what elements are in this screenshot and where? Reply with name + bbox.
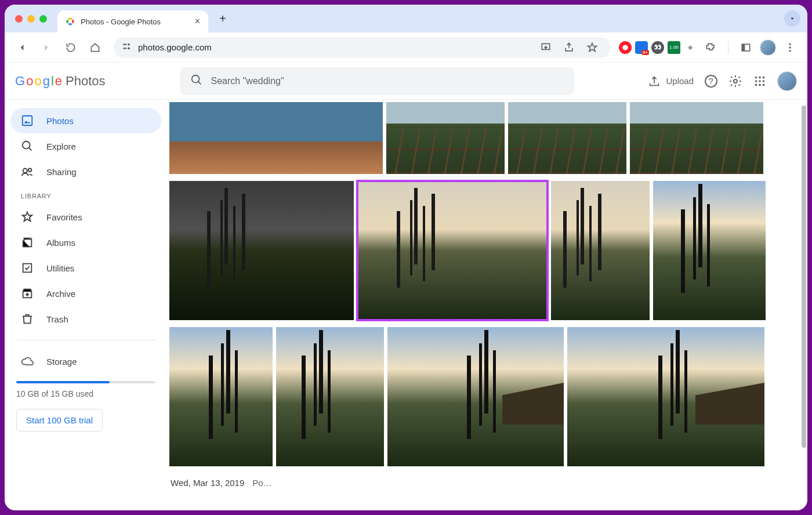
storage-text: 10 GB of 15 GB used [10,389,161,398]
svg-rect-1 [123,48,126,49]
google-photos-logo[interactable]: Google Photos [15,74,106,89]
toolbar-divider [728,41,728,54]
svg-point-14 [755,76,757,78]
photo-thumbnail-selected[interactable] [357,181,548,320]
sidebar-item-storage[interactable]: Storage [10,349,161,374]
extension-eyes-icon[interactable]: 👀 [651,41,664,54]
svg-rect-23 [23,116,32,126]
account-avatar[interactable] [777,71,797,91]
browser-toolbar: photos.google.com 9+ 👀 1.00 ◆ [5,32,807,63]
svg-point-9 [789,50,791,52]
apps-grid-icon[interactable] [753,74,767,88]
tabs-dropdown-icon[interactable] [784,10,800,27]
svg-point-15 [759,76,761,78]
photo-thumbnail[interactable] [653,181,766,320]
scrollbar[interactable] [802,100,806,510]
sidebar-item-archive[interactable]: Archive [10,281,161,306]
date-header: Wed, Mar 13, 2019 Po… [167,470,803,490]
svg-rect-6 [742,44,745,51]
browser-tab-strip: Photos - Google Photos × + [5,5,807,32]
forward-button[interactable] [36,37,57,58]
albums-icon [21,236,34,249]
svg-rect-0 [123,44,126,45]
archive-icon [21,287,34,300]
extension-green-icon[interactable]: 1.00 [668,41,680,54]
reload-button[interactable] [60,37,81,58]
svg-rect-28 [23,264,32,273]
search-input[interactable]: Search "wedding" [180,67,574,95]
photo-thumbnail[interactable] [276,327,384,466]
app-header: Google Photos Search "wedding" Upload ? [5,63,807,100]
photo-thumbnail[interactable] [567,327,764,466]
sidebar-item-trash[interactable]: Trash [10,306,161,332]
help-icon[interactable]: ? [704,74,718,88]
share-icon[interactable] [559,37,579,58]
svg-point-17 [755,80,757,82]
search-icon [190,74,203,89]
close-tab-icon[interactable]: × [195,16,200,27]
new-tab-button[interactable]: + [214,10,231,27]
svg-point-26 [28,169,32,172]
extension-opera-icon[interactable] [619,41,632,54]
sidebar-section-library: LIBRARY [10,184,161,204]
svg-point-8 [789,46,791,48]
svg-point-21 [759,84,761,86]
svg-point-7 [789,43,791,45]
url-text: photos.google.com [138,42,212,52]
minimize-window-icon[interactable] [27,15,35,23]
svg-point-25 [23,169,27,173]
back-button[interactable] [12,37,32,58]
photos-icon [21,114,34,127]
upload-icon [647,74,661,88]
start-trial-button[interactable]: Start 100 GB trial [16,409,103,431]
svg-point-16 [763,76,765,78]
maximize-window-icon[interactable] [39,15,47,23]
photo-thumbnail[interactable] [551,181,650,320]
browser-profile-avatar[interactable] [760,39,776,56]
photo-thumbnail[interactable] [387,327,564,466]
pinwheel-icon [66,17,75,26]
chrome-menu-icon[interactable] [780,37,800,58]
photo-thumbnail[interactable] [169,181,354,320]
settings-icon[interactable] [728,74,742,88]
sidebar-item-photos[interactable]: Photos [10,108,161,133]
extension-blue-icon[interactable]: 9+ [635,41,648,54]
svg-point-10 [191,75,199,82]
browser-tab[interactable]: Photos - Google Photos × [57,10,208,32]
photo-thumbnail[interactable] [169,102,383,174]
utilities-icon [21,262,34,274]
photo-thumbnail[interactable] [630,102,763,174]
sidebar-item-sharing[interactable]: Sharing [10,159,161,184]
address-bar[interactable]: photos.google.com [114,37,611,58]
install-app-icon[interactable] [535,37,556,58]
sidepanel-icon[interactable] [735,37,756,58]
sidebar-item-favorites[interactable]: Favorites [10,204,161,230]
photo-thumbnail[interactable] [169,327,273,466]
home-button[interactable] [85,37,106,58]
extensions-button[interactable] [700,37,721,58]
bookmark-icon[interactable] [582,37,603,58]
sidebar-divider [16,340,155,340]
sharing-icon [21,165,34,178]
svg-text:?: ? [709,77,713,86]
date-label: Wed, Mar 13, 2019 [171,478,244,488]
upload-button[interactable]: Upload [647,74,694,88]
svg-point-24 [23,142,30,149]
tab-title: Photos - Google Photos [81,17,189,26]
favorites-icon [21,211,34,223]
svg-point-20 [755,84,757,86]
extension-gray-icon[interactable]: ◆ [684,41,697,54]
cloud-icon [21,355,34,368]
svg-point-18 [759,80,761,82]
site-settings-icon[interactable] [122,41,132,53]
location-label: Po… [252,478,271,488]
sidebar-item-albums[interactable]: Albums [10,230,161,255]
sidebar-item-explore[interactable]: Explore [10,133,161,159]
sidebar-item-utilities[interactable]: Utilities [10,255,161,281]
photo-thumbnail[interactable] [386,102,505,174]
window-controls[interactable] [15,15,47,23]
svg-point-19 [763,80,765,82]
photo-grid-area[interactable]: Wed, Mar 13, 2019 Po… [167,100,807,510]
close-window-icon[interactable] [15,15,23,23]
photo-thumbnail[interactable] [508,102,626,174]
